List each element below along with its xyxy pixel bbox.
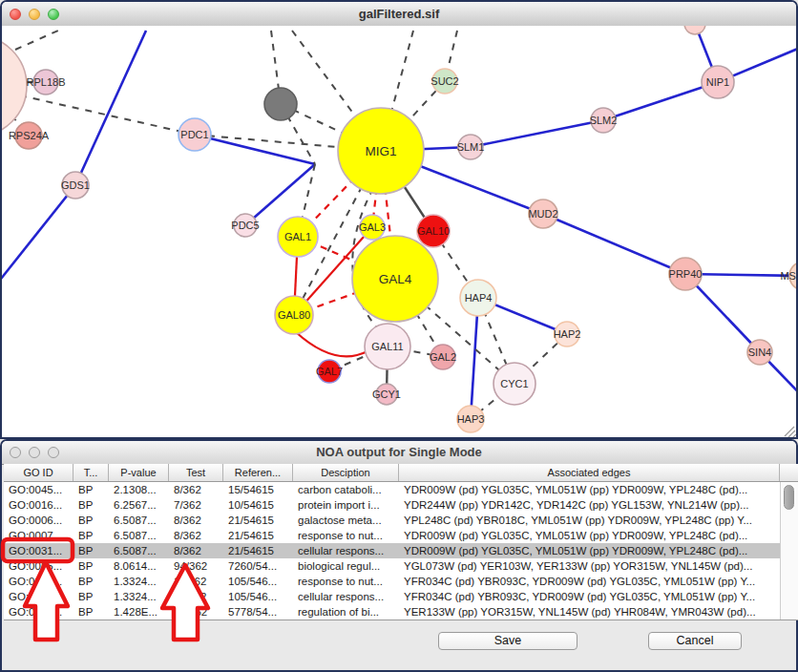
table-cell[interactable]: BP <box>74 497 109 513</box>
graph-node-SUC2[interactable]: SUC2 <box>430 69 458 94</box>
table-cell[interactable]: GO:0007... <box>4 528 74 543</box>
table-cell[interactable]: biological regul... <box>293 558 399 574</box>
save-button[interactable]: Save <box>438 632 578 650</box>
graph-node-RPL18B[interactable]: RPL18B <box>27 70 66 94</box>
column-header-1[interactable]: T... <box>74 464 109 481</box>
results-table[interactable]: GO:0045...BP2.1308...8/36215/54615carbon… <box>4 482 780 620</box>
table-cell[interactable]: 1.3324... <box>109 574 169 589</box>
column-header-0[interactable]: GO ID <box>4 464 74 481</box>
table-cell[interactable]: 11/362 <box>169 589 223 604</box>
table-cell[interactable]: BP <box>74 543 109 558</box>
table-row[interactable]: GO:0006...BP6.5087...8/36221/54615galact… <box>4 513 780 528</box>
table-cell[interactable]: 10/54615 <box>223 497 293 513</box>
graph-node-MIG1[interactable]: MIG1 <box>338 108 424 194</box>
graph-node-GAL11[interactable]: GAL11 <box>365 324 410 369</box>
table-cell[interactable]: BP <box>74 604 109 620</box>
table-cell[interactable]: 6.5087... <box>109 513 169 528</box>
table-cell[interactable]: protein import i... <box>293 497 399 513</box>
table-row[interactable]: GO:0050...BP1.428E...80/3625778/54...reg… <box>4 604 780 620</box>
graph-node-HAP3[interactable]: HAP3 <box>457 406 485 432</box>
table-cell[interactable]: 105/546... <box>223 589 293 604</box>
graph-node-CYC1[interactable]: CYC1 <box>494 363 536 405</box>
table-cell[interactable]: 1.3324... <box>109 589 169 604</box>
graph-node-SLM1[interactable]: SLM1 <box>457 135 485 159</box>
table-row[interactable]: GO:0007...BP6.5087...8/36221/54615respon… <box>4 528 780 543</box>
graph-node-GAL1[interactable]: GAL1 <box>278 217 318 257</box>
table-cell[interactable]: cellular respons... <box>293 543 399 558</box>
table-cell[interactable]: 21/54615 <box>223 528 293 543</box>
vertical-scrollbar[interactable] <box>780 482 798 620</box>
graph-node-GAL80[interactable]: GAL80 <box>275 296 313 334</box>
scrollbar-thumb[interactable] <box>784 485 794 510</box>
table-cell[interactable]: YER133W (pp) YOR315W, YNL145W (pd) YHR08… <box>399 604 780 620</box>
table-row[interactable]: GO:0065...BP8.0614...94/3627260/54...bio… <box>4 558 780 574</box>
graph-node-GAL4[interactable]: GAL4 <box>352 236 438 322</box>
table-cell[interactable]: BP <box>74 528 109 543</box>
column-header-2[interactable]: P-value <box>109 464 169 481</box>
graph-node-GDS1[interactable]: GDS1 <box>61 172 90 199</box>
graph-node-SIN4[interactable]: SIN4 <box>747 340 772 365</box>
column-header-4[interactable]: Referen... <box>223 464 293 481</box>
graph-node-big-left[interactable] <box>2 35 27 136</box>
table-row[interactable]: GO:0045...BP2.1308...8/36215/54615carbon… <box>4 482 780 497</box>
table-cell[interactable]: GO:0031... <box>4 589 74 604</box>
table-cell[interactable]: YDR009W (pd) YGL035C, YML051W (pp) YDR00… <box>399 543 780 558</box>
table-cell[interactable]: 6.2567... <box>109 497 169 513</box>
table-cell[interactable]: 2.1308... <box>109 482 169 497</box>
table-cell[interactable]: 8/362 <box>169 513 223 528</box>
table-cell[interactable]: 11/362 <box>169 574 223 589</box>
graph-node-GCY1[interactable]: GCY1 <box>372 384 401 405</box>
table-cell[interactable]: GO:0065... <box>4 558 74 574</box>
table-cell[interactable]: galactose meta... <box>293 513 399 528</box>
table-cell[interactable]: YGL073W (pd) YER103W, YER133W (pp) YOR31… <box>399 558 780 574</box>
graph-node-SLM2[interactable]: SLM2 <box>590 108 618 133</box>
table-cell[interactable]: 21/54615 <box>223 543 293 558</box>
table-cell[interactable]: 15/54615 <box>223 482 293 497</box>
graph-node-MSI[interactable]: MSI <box>780 262 796 290</box>
table-cell[interactable]: BP <box>74 482 109 497</box>
graph-node-PRP40[interactable]: PRP40 <box>669 258 703 290</box>
resize-grip[interactable] <box>785 427 796 437</box>
graph-node-top-node[interactable] <box>684 26 705 34</box>
table-cell[interactable]: GO:0016... <box>4 497 74 513</box>
table-cell[interactable]: YFR034C (pd) YBR093C, YDR009W (pd) YGL03… <box>399 574 780 589</box>
table-cell[interactable]: 8/362 <box>169 543 223 558</box>
table-cell[interactable]: response to nut... <box>293 528 399 543</box>
column-header-6[interactable]: Associated edges <box>399 464 780 481</box>
graph-node-GAL7[interactable]: GAL7 <box>316 360 343 383</box>
table-cell[interactable]: BP <box>74 574 109 589</box>
table-cell[interactable]: 5778/54... <box>223 604 293 620</box>
cancel-button[interactable]: Cancel <box>648 632 742 650</box>
table-cell[interactable]: 6.5087... <box>109 528 169 543</box>
table-cell[interactable]: cellular respons... <box>293 589 399 604</box>
table-cell[interactable]: GO:0050... <box>4 604 74 620</box>
table-cell[interactable]: BP <box>74 589 109 604</box>
table-cell[interactable]: GO:0045... <box>4 482 74 497</box>
graph-node-HAP4[interactable]: HAP4 <box>460 280 496 316</box>
table-cell[interactable]: regulation of bi... <box>293 604 399 620</box>
table-cell[interactable]: 105/546... <box>223 574 293 589</box>
table-cell[interactable]: GO:0031... <box>4 574 74 589</box>
graph-node-GAL3[interactable]: GAL3 <box>359 215 386 240</box>
table-cell[interactable]: 6.5087... <box>109 543 169 558</box>
column-header-5[interactable]: Desciption <box>293 464 399 481</box>
table-cell[interactable]: YPL248C (pd) YBR018C, YML051W (pp) YDR00… <box>399 513 780 528</box>
column-header-3[interactable]: Test <box>169 464 223 481</box>
table-cell[interactable]: YDR009W (pd) YGL035C, YML051W (pp) YDR00… <box>399 528 780 543</box>
graph-node-RPS24A[interactable]: RPS24A <box>9 122 50 149</box>
graph-node-gray-node[interactable] <box>264 88 297 120</box>
table-row[interactable]: GO:0031...BP1.3324...11/362105/546...cel… <box>4 589 780 604</box>
table-cell[interactable]: YFR034C (pd) YBR093C, YDR009W (pd) YGL03… <box>399 589 780 604</box>
table-cell[interactable]: 7/362 <box>169 497 223 513</box>
table-cell[interactable]: carbon cataboli... <box>293 482 399 497</box>
table-cell[interactable]: 7260/54... <box>223 558 293 574</box>
table-cell[interactable]: BP <box>74 513 109 528</box>
table-cell[interactable]: 80/362 <box>169 604 223 620</box>
graph-node-HAP2[interactable]: HAP2 <box>554 322 581 346</box>
table-row[interactable]: GO:0031...BP1.3324...11/362105/546...res… <box>4 574 780 589</box>
graph-node-PDC1[interactable]: PDC1 <box>178 118 211 151</box>
table-row[interactable]: GO:0016...BP6.2567...7/36210/54615protei… <box>4 497 780 513</box>
table-cell[interactable]: 8/362 <box>169 528 223 543</box>
table-cell[interactable]: YDR244W (pp) YDR142C, YDR142C (pp) YGL15… <box>399 497 780 513</box>
table-cell[interactable]: 1.428E... <box>109 604 169 620</box>
